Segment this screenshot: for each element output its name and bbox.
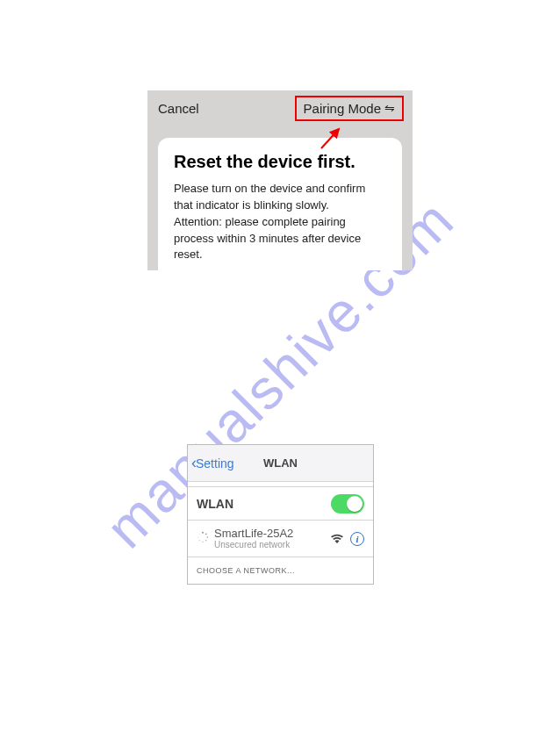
annotation-arrow-icon <box>318 126 344 152</box>
svg-point-6 <box>199 540 200 541</box>
pairing-mode-button[interactable]: Pairing Mode ⇋ <box>295 96 404 121</box>
spinner-icon <box>197 531 209 547</box>
svg-point-2 <box>205 533 207 535</box>
back-label: Setting <box>196 456 234 470</box>
svg-point-4 <box>205 539 207 541</box>
pairing-desc-1: Please turn on the device and confirm th… <box>174 182 365 212</box>
swap-icon: ⇋ <box>384 101 395 115</box>
network-name: SmartLife-25A2 <box>214 528 326 540</box>
svg-point-8 <box>199 533 200 534</box>
connected-network-row[interactable]: SmartLife-25A2 Unsecured network i <box>188 521 373 557</box>
info-icon[interactable]: i <box>350 532 364 546</box>
network-text: SmartLife-25A2 Unsecured network <box>214 528 326 549</box>
network-security: Unsecured network <box>214 540 326 549</box>
wlan-toggle-label: WLAN <box>197 497 233 511</box>
wlan-nav-title: WLAN <box>263 456 298 470</box>
svg-point-1 <box>202 531 204 533</box>
wlan-settings-panel: ‹ Setting WLAN WLAN SmartLife-25A2 Unsec… <box>187 444 374 585</box>
wlan-toggle[interactable] <box>331 494 364 514</box>
svg-point-7 <box>197 536 198 537</box>
toggle-knob <box>347 496 363 512</box>
svg-line-0 <box>321 129 339 148</box>
svg-point-3 <box>206 536 208 538</box>
pairing-mode-label: Pairing Mode <box>304 101 381 116</box>
wlan-toggle-row: WLAN <box>188 487 373 521</box>
pairing-card: Reset the device first. Please turn on t… <box>158 138 402 270</box>
pairing-header: Cancel Pairing Mode ⇋ <box>147 90 413 126</box>
back-button[interactable]: ‹ Setting <box>191 454 234 472</box>
pairing-title: Reset the device first. <box>174 152 386 172</box>
cancel-button[interactable]: Cancel <box>158 101 199 116</box>
pairing-desc: Please turn on the device and confirm th… <box>174 181 386 263</box>
wlan-nav-bar: ‹ Setting WLAN <box>188 445 373 482</box>
svg-point-5 <box>202 541 203 542</box>
pairing-panel: Cancel Pairing Mode ⇋ Reset the device f… <box>147 90 413 270</box>
wifi-icon <box>331 531 343 547</box>
pairing-desc-2: Attention: please complete pairing proce… <box>174 215 361 262</box>
choose-network-label: CHOOSE A NETWORK... <box>188 557 373 584</box>
